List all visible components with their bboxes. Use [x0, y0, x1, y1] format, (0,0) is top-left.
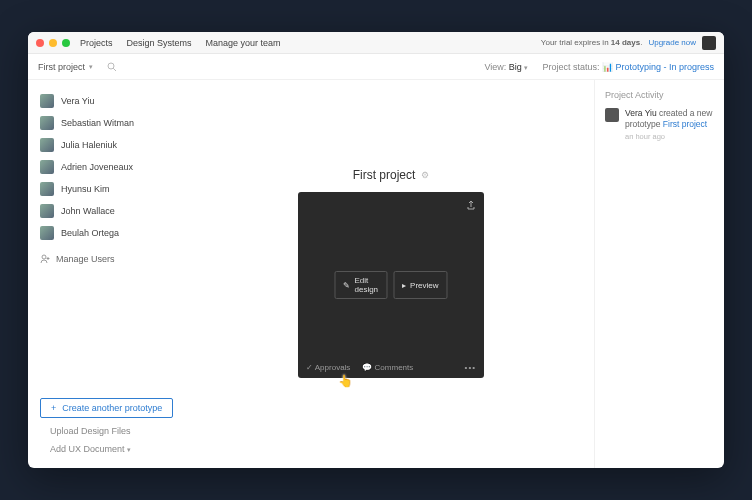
upload-design-files[interactable]: Upload Design Files	[40, 426, 176, 436]
subbar: First project ▾ View: Big ▾ Project stat…	[28, 54, 724, 80]
titlebar: Projects Design Systems Manage your team…	[28, 32, 724, 54]
minimize-window-icon[interactable]	[49, 39, 57, 47]
edit-label: Edit design	[354, 276, 378, 294]
user-name: Vera Yiu	[61, 96, 95, 106]
approvals-tab[interactable]: ✓ Approvals	[306, 363, 350, 372]
activity-heading: Project Activity	[605, 90, 714, 100]
manage-users[interactable]: Manage Users	[40, 254, 176, 264]
activity-item: Vera Yiu created a new prototype First p…	[605, 108, 714, 142]
user-name: John Wallace	[61, 206, 115, 216]
create-prototype-label: Create another prototype	[62, 403, 162, 413]
project-status[interactable]: Project status: 📊 Prototyping - In progr…	[542, 62, 714, 72]
preview-label: Preview	[410, 281, 438, 290]
trial-text: Your trial expires in 14 days.	[541, 38, 643, 47]
user-item[interactable]: Vera Yiu	[40, 94, 176, 108]
plus-icon: +	[51, 403, 56, 413]
user-item[interactable]: John Wallace	[40, 204, 176, 218]
avatar	[40, 138, 54, 152]
avatar	[40, 116, 54, 130]
settings-icon[interactable]: ⚙	[421, 170, 429, 180]
user-item[interactable]: Julia Haleniuk	[40, 138, 176, 152]
user-name: Julia Haleniuk	[61, 140, 117, 150]
user-plus-icon	[40, 254, 50, 264]
view-switcher[interactable]: View: Big ▾	[484, 62, 528, 72]
avatar	[40, 204, 54, 218]
app-window: Projects Design Systems Manage your team…	[28, 32, 724, 468]
cursor-icon: 👆	[338, 374, 353, 388]
more-icon[interactable]: •••	[465, 363, 476, 372]
upgrade-link[interactable]: Upgrade now	[648, 38, 696, 47]
user-name: Beulah Ortega	[61, 228, 119, 238]
avatar	[40, 182, 54, 196]
window-controls	[36, 39, 70, 47]
create-prototype-button[interactable]: + Create another prototype	[40, 398, 173, 418]
prototype-title: First project ⚙	[353, 168, 430, 182]
chevron-down-icon: ▾	[127, 446, 131, 453]
share-icon[interactable]	[466, 200, 476, 210]
maximize-window-icon[interactable]	[62, 39, 70, 47]
user-name: Sebastian Witman	[61, 118, 134, 128]
avatar	[40, 94, 54, 108]
activity-link[interactable]: First project	[663, 119, 707, 129]
top-nav: Projects Design Systems Manage your team	[80, 38, 281, 48]
activity-panel: Project Activity Vera Yiu created a new …	[594, 80, 724, 468]
nav-projects[interactable]: Projects	[80, 38, 113, 48]
user-name: Adrien Joveneaux	[61, 162, 133, 172]
user-name: Hyunsu Kim	[61, 184, 110, 194]
preview-button[interactable]: ▸ Preview	[393, 271, 447, 299]
activity-time: an hour ago	[625, 132, 714, 142]
play-icon: ▸	[402, 281, 406, 290]
card-actions: ✎ Edit design ▸ Preview	[334, 271, 447, 299]
activity-user: Vera Yiu	[625, 108, 657, 118]
avatar	[605, 108, 619, 122]
canvas: First project ⚙ ✎ Edit design ▸ Preview	[188, 80, 594, 468]
sidebar: Vera Yiu Sebastian Witman Julia Haleniuk…	[28, 80, 188, 468]
manage-users-label: Manage Users	[56, 254, 115, 264]
sidebar-footer: + Create another prototype Upload Design…	[40, 398, 176, 454]
user-item[interactable]: Sebastian Witman	[40, 116, 176, 130]
svg-point-2	[42, 255, 46, 259]
main: Vera Yiu Sebastian Witman Julia Haleniuk…	[28, 80, 724, 468]
project-selector[interactable]: First project ▾	[38, 62, 93, 72]
prototype-card[interactable]: ✎ Edit design ▸ Preview ✓ Approvals 💬 Co…	[298, 192, 484, 378]
avatar	[40, 160, 54, 174]
svg-point-0	[108, 63, 114, 69]
pencil-icon: ✎	[343, 281, 350, 290]
search-icon[interactable]	[107, 62, 117, 72]
user-item[interactable]: Adrien Joveneaux	[40, 160, 176, 174]
nav-design-systems[interactable]: Design Systems	[127, 38, 192, 48]
chevron-down-icon: ▾	[89, 63, 93, 71]
current-user-avatar[interactable]	[702, 36, 716, 50]
trial-notice: Your trial expires in 14 days. Upgrade n…	[541, 36, 716, 50]
edit-design-button[interactable]: ✎ Edit design	[334, 271, 387, 299]
card-footer: ✓ Approvals 💬 Comments ••• 👆	[298, 356, 484, 378]
add-ux-document[interactable]: Add UX Document ▾	[40, 444, 176, 454]
user-item[interactable]: Hyunsu Kim	[40, 182, 176, 196]
comments-tab[interactable]: 💬 Comments	[362, 363, 413, 372]
project-name: First project	[38, 62, 85, 72]
avatar	[40, 226, 54, 240]
nav-manage-team[interactable]: Manage your team	[206, 38, 281, 48]
svg-line-1	[113, 68, 116, 71]
close-window-icon[interactable]	[36, 39, 44, 47]
user-item[interactable]: Beulah Ortega	[40, 226, 176, 240]
